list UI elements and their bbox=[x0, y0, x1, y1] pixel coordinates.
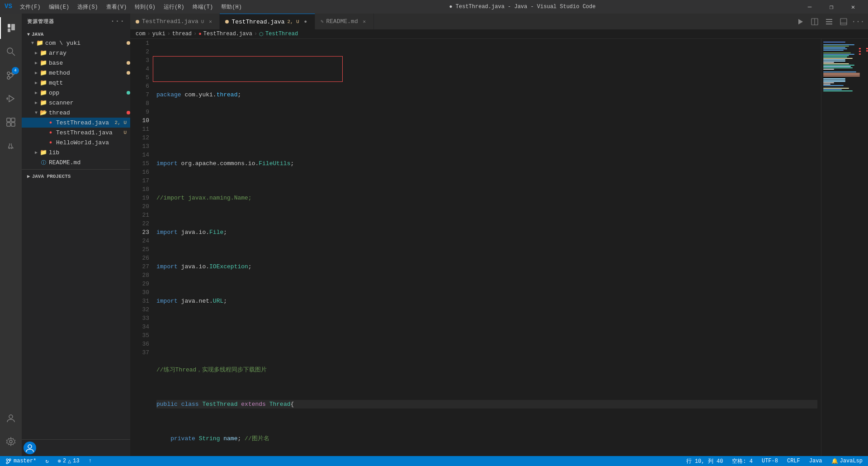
menu-file[interactable]: 文件(F) bbox=[16, 2, 44, 12]
language-label: Java bbox=[809, 458, 822, 464]
modified-dot-active bbox=[225, 20, 229, 24]
language-mode[interactable]: Java bbox=[807, 458, 824, 464]
svg-line-5 bbox=[12, 53, 15, 56]
minimize-button[interactable]: — bbox=[799, 0, 820, 14]
status-bar-right: 行 10, 列 40 空格: 4 UTF-8 CRLF Java 🔔 JavaL… bbox=[684, 457, 864, 465]
line-ending[interactable]: CRLF bbox=[785, 458, 802, 464]
tree-item-opp[interactable]: ▶ 📁 opp bbox=[22, 88, 130, 98]
menu-run[interactable]: 运行(R) bbox=[160, 2, 188, 12]
push-button[interactable]: ↑ bbox=[87, 458, 94, 464]
file-tree: ▼ JAVA ▼ 📁 com \ yuki ▶ 📁 array ▶ 📁 base bbox=[22, 29, 130, 439]
more-actions-button[interactable] bbox=[823, 15, 835, 28]
java-section: ▼ JAVA bbox=[22, 29, 130, 38]
expand-icon: ▶ bbox=[33, 89, 40, 96]
folder-label-lib: lib bbox=[49, 149, 130, 156]
menu-view[interactable]: 查看(V) bbox=[103, 2, 131, 12]
activity-java[interactable] bbox=[0, 135, 22, 157]
minimap-content bbox=[822, 41, 861, 454]
tab-close-testthread1[interactable]: ✕ bbox=[207, 18, 214, 25]
tree-item-testthread1[interactable]: ● TestThread1.java U bbox=[22, 128, 130, 138]
tab-close-testthread[interactable]: ● bbox=[302, 18, 309, 25]
code-editor[interactable]: 1 2 3 4 5 6 7 8 9 10 11 12 13 14 15 16 1… bbox=[130, 39, 868, 456]
tree-item-array[interactable]: ▶ 📁 array bbox=[22, 48, 130, 58]
tree-item-method[interactable]: ▶ 📁 method bbox=[22, 68, 130, 78]
menu-help[interactable]: 帮助(H) bbox=[217, 2, 245, 12]
spacer bbox=[33, 159, 40, 166]
sync-icon: ↻ bbox=[45, 458, 48, 465]
avatar-icon bbox=[24, 442, 36, 454]
breadcrumb-testthread-class[interactable]: TestThread bbox=[265, 31, 298, 37]
split-editor-button[interactable] bbox=[808, 15, 821, 28]
close-button[interactable]: ✕ bbox=[843, 0, 863, 14]
breadcrumb-thread[interactable]: thread bbox=[172, 31, 192, 37]
tree-item-readme[interactable]: ⓘ README.md bbox=[22, 157, 130, 167]
tab-badge-testthread: 2, U bbox=[287, 19, 299, 24]
menu-select[interactable]: 选择(S) bbox=[74, 2, 102, 12]
expand-icon: ▶ bbox=[33, 59, 40, 67]
breadcrumb-com[interactable]: com bbox=[136, 31, 146, 37]
status-dot bbox=[127, 71, 130, 75]
indentation[interactable]: 空格: 4 bbox=[730, 457, 755, 465]
tree-item-helloworld[interactable]: ● HelloWorld.java bbox=[22, 138, 130, 147]
maximize-button[interactable]: ❐ bbox=[821, 0, 842, 14]
cursor-position[interactable]: 行 10, 列 40 bbox=[684, 457, 725, 465]
status-dot bbox=[127, 41, 130, 45]
spaces-label: 空格: 4 bbox=[732, 457, 753, 465]
activity-source-control[interactable]: 4 bbox=[0, 64, 22, 86]
tree-item-scanner[interactable]: ▶ 📁 scanner bbox=[22, 98, 130, 108]
error-icon: ⊗ bbox=[58, 458, 61, 465]
activity-explorer[interactable] bbox=[0, 17, 22, 39]
java-projects-label: JAVA PROJECTS bbox=[32, 174, 71, 179]
code-content[interactable]: package com.yuki.thread; import org.apac… bbox=[153, 39, 821, 456]
expand-icon: ▶ bbox=[33, 49, 40, 57]
run-button[interactable] bbox=[794, 15, 807, 28]
breadcrumb-yuki[interactable]: yuki bbox=[152, 31, 165, 37]
svg-rect-13 bbox=[7, 118, 10, 122]
activity-account[interactable] bbox=[0, 407, 22, 429]
notification[interactable]: 🔔 JavaLsp bbox=[830, 458, 864, 465]
tab-close-readme[interactable]: ✕ bbox=[361, 18, 368, 25]
menu-goto[interactable]: 转到(G) bbox=[131, 2, 159, 12]
profile-section[interactable] bbox=[22, 440, 130, 456]
menu-edit[interactable]: 编辑(E) bbox=[45, 2, 73, 12]
encoding[interactable]: UTF-8 bbox=[760, 458, 780, 464]
line-ending-label: CRLF bbox=[787, 458, 800, 464]
code-line-9: //练习Thread，实现多线程同步下载图片 bbox=[156, 366, 817, 374]
expand-icon: ▶ bbox=[33, 79, 40, 86]
tree-item-lib[interactable]: ▶ 📁 lib bbox=[22, 147, 130, 157]
tree-item-com-yuki[interactable]: ▼ 📁 com \ yuki bbox=[22, 38, 130, 48]
menu-terminal[interactable]: 终端(T) bbox=[189, 2, 217, 12]
svg-rect-15 bbox=[7, 123, 10, 126]
error-count: 2 bbox=[63, 458, 66, 464]
breadcrumb-testthread-file[interactable]: TestThread.java bbox=[203, 31, 252, 37]
overview-ruler bbox=[862, 39, 868, 456]
activity-extensions[interactable] bbox=[0, 111, 22, 133]
editor-action-buttons: ··· bbox=[790, 14, 868, 29]
toggle-panel-button[interactable] bbox=[837, 15, 850, 28]
tree-item-mqtt[interactable]: ▶ 📁 mqtt bbox=[22, 78, 130, 88]
errors-badge[interactable]: ⊗ 2 △ 13 bbox=[56, 458, 81, 465]
activity-settings[interactable] bbox=[0, 431, 22, 452]
git-branch[interactable]: master* bbox=[4, 458, 38, 464]
ellipsis-button[interactable]: ··· bbox=[852, 15, 864, 28]
tree-item-testthread[interactable]: ● TestThread.java 2, U bbox=[22, 118, 130, 128]
svg-point-29 bbox=[6, 459, 8, 461]
svg-rect-2 bbox=[11, 24, 15, 30]
svg-rect-16 bbox=[11, 123, 15, 126]
tab-readme[interactable]: ✎ README.md ✕ bbox=[315, 14, 374, 29]
svg-rect-3 bbox=[8, 29, 10, 32]
svg-point-8 bbox=[7, 76, 10, 79]
code-line-7: import java.net.URL; bbox=[156, 297, 817, 305]
error-highlight-box bbox=[153, 56, 343, 82]
tree-item-thread[interactable]: ▼ 📂 thread bbox=[22, 108, 130, 118]
file-badge: 2, U bbox=[115, 120, 127, 125]
sidebar-footer bbox=[22, 439, 130, 456]
sidebar-menu-button[interactable]: ··· bbox=[110, 17, 125, 25]
tab-testthread[interactable]: TestThread.java 2, U ● bbox=[220, 14, 315, 29]
java-projects-section[interactable]: ▶ JAVA PROJECTS bbox=[22, 171, 130, 181]
tab-testthread1[interactable]: TestThread1.java U ✕ bbox=[130, 14, 220, 29]
activity-run-debug[interactable] bbox=[0, 88, 22, 109]
sync-button[interactable]: ↻ bbox=[43, 458, 50, 465]
tree-item-base[interactable]: ▶ 📁 base bbox=[22, 58, 130, 68]
activity-search[interactable] bbox=[0, 41, 22, 62]
